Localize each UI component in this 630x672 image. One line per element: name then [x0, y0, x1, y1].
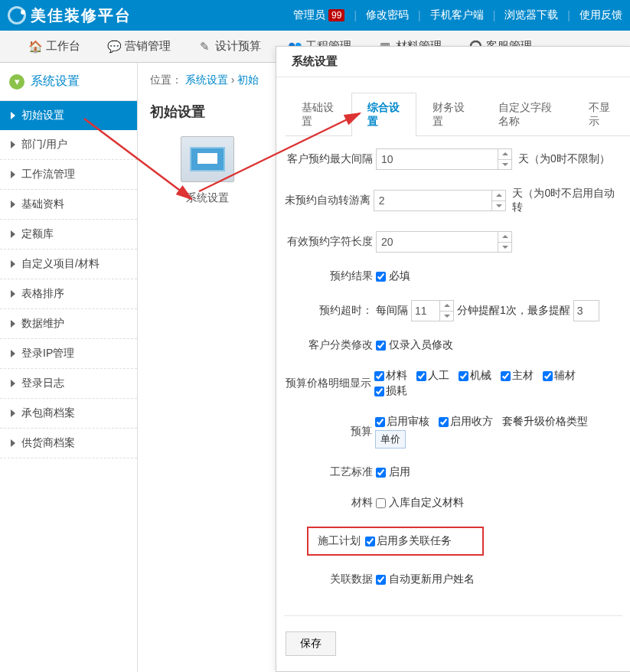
spinner-value: 20: [381, 236, 393, 248]
caret-icon: [11, 171, 15, 178]
form-label: 施工计划: [318, 534, 365, 548]
material-checkbox[interactable]: [376, 498, 386, 508]
sidebar-item-label: 供货商档案: [21, 436, 75, 450]
form-label: 预约超时：: [284, 304, 376, 318]
sidebar-item-contractor[interactable]: 承包商档案: [0, 399, 137, 429]
logo-area: 美佳装修平台: [8, 5, 132, 26]
sidebar-item-workflow[interactable]: 工作流管理: [0, 160, 137, 190]
chk-label: 入库自定义材料: [389, 496, 464, 510]
feedback-link[interactable]: 使用反馈: [579, 8, 622, 22]
spin-up-icon[interactable]: [498, 232, 511, 242]
sidebar-item-basedata[interactable]: 基础资料: [0, 190, 137, 220]
sidebar-item-loginlog[interactable]: 登录日志: [0, 369, 137, 399]
sidebar-item-label: 登录IP管理: [21, 347, 74, 360]
save-button[interactable]: 保存: [286, 631, 336, 656]
nav-design[interactable]: ✎ 设计预算: [184, 31, 275, 63]
form-label: 预算: [284, 425, 375, 439]
spin-down-icon[interactable]: [498, 159, 511, 170]
password-link[interactable]: 修改密码: [366, 8, 409, 22]
classify-checkbox[interactable]: [376, 341, 386, 351]
form-row-related: 关联数据 自动更新用户姓名: [284, 573, 622, 586]
spin-down-icon[interactable]: [498, 242, 511, 253]
chk-receive[interactable]: [439, 417, 449, 427]
budget-text: 套餐升级价格类型: [502, 415, 588, 429]
maxinterval-spinner[interactable]: 10: [376, 148, 512, 170]
related-checkbox[interactable]: [376, 575, 386, 585]
sidebar-item-datamaint[interactable]: 数据维护: [0, 309, 137, 339]
sidebar: ▾ 系统设置 初始设置 部门/用户 工作流管理 基础资料 定额库 自定义项目/材…: [0, 63, 138, 672]
sidebar-item-dept[interactable]: 部门/用户: [0, 130, 137, 160]
form-label: 有效预约字符长度: [284, 235, 376, 249]
charlen-spinner[interactable]: 20: [376, 231, 512, 253]
price-type-tag[interactable]: 单价: [375, 430, 406, 449]
module-label: 系统设置: [173, 191, 242, 205]
form-row-construction: 施工计划 启用多关联任务: [307, 527, 622, 556]
tab-custom-fields[interactable]: 自定义字段名称: [482, 93, 573, 136]
spin-up-icon[interactable]: [440, 301, 453, 311]
tab-hidden[interactable]: 不显示: [573, 93, 630, 136]
chk-label: 材料: [386, 369, 407, 383]
caret-icon: [11, 260, 15, 268]
form-row-maxinterval: 客户预约最大间隔 10 天（为0时不限制）: [284, 148, 622, 170]
chk-label: 辅材: [554, 369, 576, 383]
form-label: 关联数据: [284, 573, 376, 586]
chk-label: 自动更新用户姓名: [389, 573, 475, 586]
form-row-pricedetail: 预算价格明细显示 材料 人工 机械 主材 辅材 损耗: [284, 369, 622, 398]
timeout-max-spinner[interactable]: 3: [573, 300, 599, 321]
module-icon: [181, 136, 234, 182]
sidebar-item-label: 定额库: [21, 227, 54, 241]
autoleave-spinner[interactable]: 2: [374, 190, 507, 211]
craft-checkbox[interactable]: [376, 468, 386, 478]
sidebar-item-quota[interactable]: 定额库: [0, 220, 137, 250]
nav-marketing[interactable]: 💬 营销管理: [94, 31, 184, 63]
sidebar-item-tablesort[interactable]: 表格排序: [0, 279, 137, 309]
form-label: 预约结果: [284, 269, 376, 283]
tab-finance[interactable]: 财务设置: [416, 93, 482, 136]
nav-label: 营销管理: [125, 39, 171, 54]
form-row-material: 材料 入库自定义材料: [284, 496, 622, 510]
chk-aux[interactable]: [543, 371, 553, 381]
spin-down-icon[interactable]: [440, 311, 453, 321]
tab-general[interactable]: 综合设置: [351, 93, 417, 136]
notification-badge[interactable]: 99: [328, 9, 344, 21]
breadcrumb-lvl2[interactable]: 初始: [237, 73, 259, 86]
sidebar-item-loginip[interactable]: 登录IP管理: [0, 339, 137, 369]
sidebar-item-label: 登录日志: [21, 377, 64, 390]
caret-icon: [11, 320, 15, 328]
breadcrumb-lvl1[interactable]: 系统设置: [185, 73, 228, 86]
popup-title: 系统设置: [276, 47, 630, 77]
sidebar-item-supplier[interactable]: 供货商档案: [0, 429, 137, 458]
spin-down-icon[interactable]: [492, 201, 505, 211]
chk-material[interactable]: [374, 371, 384, 381]
result-required-checkbox[interactable]: [376, 272, 386, 282]
sidebar-item-custom[interactable]: 自定义项目/材料: [0, 250, 137, 279]
chk-audit[interactable]: [375, 417, 385, 427]
module-system-settings[interactable]: 系统设置: [173, 136, 242, 205]
sidebar-item-initial[interactable]: 初始设置: [0, 101, 137, 130]
timeout-interval-spinner[interactable]: 11: [411, 300, 454, 321]
nav-label: 设计预算: [215, 39, 261, 54]
tab-basic[interactable]: 基础设置: [286, 93, 351, 136]
sidebar-item-label: 部门/用户: [21, 138, 67, 152]
caret-icon: [11, 439, 15, 447]
caret-icon: [11, 350, 15, 357]
sidebar-item-label: 数据维护: [21, 317, 64, 331]
admin-link[interactable]: 管理员: [293, 8, 325, 22]
construction-checkbox[interactable]: [365, 537, 375, 546]
chat-icon: 💬: [108, 41, 120, 53]
browser-link[interactable]: 浏览器下载: [504, 8, 558, 22]
chk-loss[interactable]: [374, 387, 384, 396]
spin-up-icon[interactable]: [498, 149, 511, 159]
chk-label: 仅录入员修改: [389, 338, 453, 352]
caret-icon: [11, 141, 15, 148]
form-label: 工艺标准: [284, 465, 376, 479]
spin-up-icon[interactable]: [492, 191, 505, 201]
nav-workbench[interactable]: 🏠 工作台: [15, 31, 94, 63]
form-label: 客户预约最大间隔: [284, 152, 376, 166]
chk-machine[interactable]: [459, 371, 468, 381]
mid-text: 分钟提醒1次，最多提醒: [457, 304, 570, 318]
form-row-autoleave: 未预约自动转游离 2 天（为0时不启用自动转: [284, 187, 622, 214]
chk-main[interactable]: [501, 371, 511, 381]
mobile-link[interactable]: 手机客户端: [430, 8, 484, 22]
chk-labor[interactable]: [416, 371, 426, 381]
